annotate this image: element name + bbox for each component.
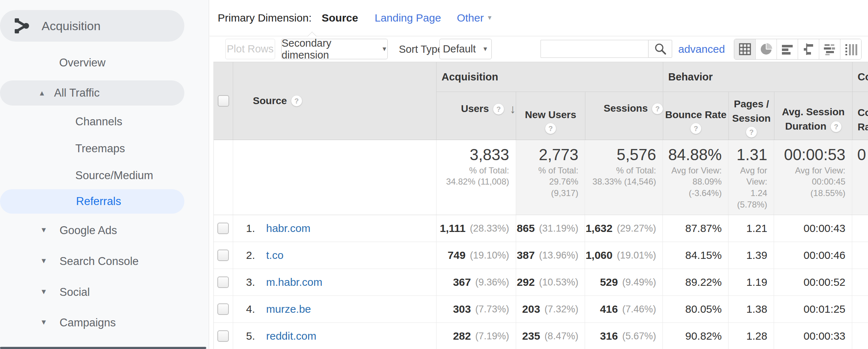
expand-arrow-icon[interactable]: ▼ — [40, 257, 47, 265]
row-checkbox[interactable] — [217, 276, 229, 288]
new-users-value: 235 — [522, 330, 540, 342]
help-icon[interactable]: ? — [746, 127, 757, 138]
plot-rows-button[interactable]: Plot Rows — [225, 39, 275, 59]
search-input[interactable] — [541, 40, 648, 58]
row-rank: 1. — [246, 222, 266, 234]
search-icon — [653, 42, 667, 56]
sidebar-item-campaigns[interactable]: Campaigns — [60, 316, 116, 329]
comparison-view-icon[interactable] — [798, 39, 819, 59]
column-header-pages-session[interactable]: Pages / Session ? — [728, 92, 774, 140]
help-icon[interactable]: ? — [291, 96, 302, 106]
sidebar-item-overview[interactable]: Overview — [59, 56, 105, 69]
column-header-avg-session-duration[interactable]: Avg. Session Duration ? — [774, 92, 852, 140]
expand-arrow-icon[interactable]: ▼ — [40, 318, 47, 326]
sidebar-item-referrals[interactable]: Referrals — [0, 189, 184, 214]
column-header-source[interactable]: Source ? — [233, 62, 436, 140]
sidebar-item-channels[interactable]: Channels — [75, 115, 122, 128]
dimension-tab-landing-page[interactable]: Landing Page — [374, 12, 441, 24]
sessions-value: 1,060 — [586, 249, 613, 261]
source-link[interactable]: habr.com — [266, 222, 310, 234]
table-view-icon[interactable] — [734, 39, 755, 59]
column-label: Pages / — [734, 97, 769, 112]
expand-arrow-icon[interactable]: ▼ — [40, 226, 47, 234]
column-label: Sessions — [604, 101, 648, 116]
sort-descending-arrow-icon[interactable]: ↓ — [510, 100, 516, 118]
select-all-checkbox[interactable] — [218, 95, 229, 107]
pages-session-value: 1.39 — [746, 249, 767, 261]
chevron-down-icon: ▼ — [482, 46, 489, 53]
source-link[interactable]: reddit.com — [266, 330, 316, 342]
referrals-data-table: Source ? Acquisition Behavior Co Users ?… — [213, 62, 868, 349]
pages-session-value: 1.38 — [746, 303, 767, 315]
row-checkbox[interactable] — [217, 223, 229, 234]
help-icon[interactable]: ? — [690, 123, 701, 134]
source-link[interactable]: m.habr.com — [266, 276, 322, 288]
column-label: Avg. Session — [782, 105, 845, 120]
users-value: 749 — [448, 249, 466, 261]
row-rank: 5. — [246, 330, 266, 342]
group-header-behavior: Behavior — [663, 62, 852, 92]
sidebar-item-social[interactable]: Social — [60, 286, 90, 299]
sidebar-item-label: Referrals — [76, 195, 121, 208]
chevron-down-icon[interactable]: ▼ — [487, 14, 493, 22]
help-icon[interactable]: ? — [652, 103, 663, 114]
view-toggle-group — [734, 39, 862, 60]
sort-type-dropdown[interactable]: Default ▼ — [439, 39, 492, 59]
term-cloud-view-icon[interactable] — [819, 39, 840, 59]
summary-avg-session-duration: 00:00:53 Avg for View: 00:00:45 (18.55%) — [774, 140, 852, 215]
summary-note: Avg for View: 1.24 (5.78%) — [728, 165, 767, 210]
expand-arrow-icon[interactable]: ▼ — [40, 288, 47, 296]
table-row: 3. m.habr.com 367(9.36%) 292(10.53%) 529… — [214, 269, 868, 296]
column-header-bounce-rate[interactable]: Bounce Rate ? — [663, 92, 728, 140]
help-icon[interactable]: ? — [545, 123, 556, 134]
column-header-sessions[interactable]: Sessions ? — [585, 92, 663, 140]
users-percent: (9.36%) — [475, 277, 509, 288]
row-rank: 3. — [246, 276, 266, 288]
summary-conversions-clipped: 0 — [852, 140, 868, 215]
percentage-view-icon[interactable] — [755, 39, 777, 59]
column-header-conversion-rate-clipped[interactable]: Co Ra — [852, 92, 868, 140]
sessions-percent: (29.27%) — [617, 223, 656, 234]
dimension-tab-other[interactable]: Other — [457, 12, 484, 24]
row-checkbox[interactable] — [217, 330, 229, 342]
help-icon[interactable]: ? — [831, 121, 841, 132]
sidebar-item-treemaps[interactable]: Treemaps — [75, 142, 125, 155]
advanced-filter-link[interactable]: advanced — [678, 37, 725, 62]
users-percent: (7.19%) — [475, 331, 509, 342]
summary-value: 3,833 — [437, 146, 509, 164]
summary-users: 3,833 % of Total: 34.82% (11,008) — [436, 140, 516, 215]
source-link[interactable]: t.co — [266, 249, 283, 261]
column-label: New Users — [525, 108, 576, 122]
summary-new-users: 2,773 % of Total: 29.76% (9,317) — [516, 140, 585, 215]
pages-session-value: 1.28 — [746, 330, 767, 342]
summary-sessions: 5,576 % of Total: 38.33% (14,546) — [585, 140, 662, 215]
users-percent: (28.33%) — [470, 223, 509, 234]
performance-view-icon[interactable] — [777, 39, 798, 59]
row-checkbox[interactable] — [217, 250, 229, 261]
sidebar-item-google-ads[interactable]: Google Ads — [60, 224, 117, 237]
new-users-percent: (7.32%) — [544, 304, 579, 315]
summary-note: Avg for View: 00:00:45 (18.55%) — [774, 165, 845, 199]
summary-value: 00:00:53 — [774, 146, 845, 164]
horizontal-scrollbar-thumb[interactable] — [0, 347, 206, 349]
sidebar-item-all-traffic[interactable]: ▲ All Traffic — [0, 80, 184, 106]
column-header-new-users[interactable]: New Users ? — [516, 92, 585, 140]
bounce-rate-value: 87.87% — [685, 222, 722, 234]
sidebar-item-search-console[interactable]: Search Console — [60, 255, 139, 268]
sessions-percent: (5.67%) — [622, 331, 656, 342]
table-header: Source ? Acquisition Behavior Co Users ?… — [214, 62, 868, 140]
users-percent: (7.73%) — [475, 304, 509, 315]
source-link[interactable]: murze.be — [266, 303, 311, 315]
sidebar-item-source-medium[interactable]: Source/Medium — [75, 169, 153, 182]
sidebar-section-acquisition[interactable]: Acquisition — [0, 10, 184, 42]
secondary-dimension-dropdown[interactable]: Secondary dimension ▼ — [281, 39, 388, 59]
sessions-percent: (9.49%) — [622, 277, 656, 288]
summary-bounce-rate: 84.88% Avg for View: 88.09% (-3.64%) — [662, 140, 728, 215]
column-header-users[interactable]: Users ? ↓ — [436, 92, 516, 140]
row-checkbox[interactable] — [217, 303, 229, 315]
help-icon[interactable]: ? — [493, 104, 504, 115]
sort-type-value: Default — [443, 43, 476, 55]
pivot-view-icon[interactable] — [840, 39, 861, 59]
dimension-tab-source[interactable]: Source — [322, 12, 358, 24]
search-button[interactable] — [648, 40, 672, 58]
